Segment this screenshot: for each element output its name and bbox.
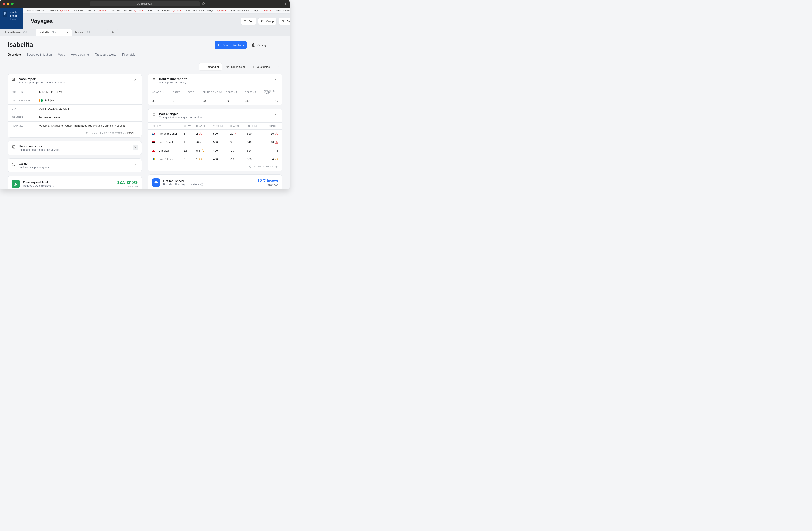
expand-toggle[interactable] [133,145,138,150]
anchor-icon [152,113,156,117]
chevron-up-icon [134,78,137,82]
market-ticker: OMX Stockholm 30 1.953,62 -1,87% DAX 40 … [24,8,290,14]
voyage-tabs: OverviewSpeed optimizationMapsHold clean… [8,53,282,59]
voyage-tab[interactable]: Maps [58,53,65,59]
table-row[interactable]: Suez Canal 1 -0.5 520 0 540 10 [148,138,282,147]
document-tab[interactable]: Ivs Knot #3 [72,29,108,36]
table-row[interactable]: Las Palmas 2 1 490 -10 533 -4 [148,155,282,163]
voyage-settings-button[interactable]: Settings [249,41,270,49]
alert-icon [275,158,278,161]
brand-logo: B [3,11,8,17]
group-icon [261,19,264,23]
customize-button[interactable]: Customize [279,17,290,25]
window-controls[interactable] [2,2,14,5]
info-icon[interactable]: i [219,91,222,93]
optimal-speed-cost: $984.000 [257,184,278,187]
warning-icon [234,132,237,135]
optimal-speed-card: Optimal speed Based on BlueKey calculati… [148,174,282,189]
metric-title: Optimal speed [163,179,203,183]
reload-icon[interactable] [202,2,205,5]
new-tab-icon[interactable] [284,2,287,5]
ticker-item[interactable]: OMX Stockholm 30 1.953,62 -1,87% [26,9,69,12]
view-more-button[interactable] [274,63,282,70]
col-voyage[interactable]: VOYAGE [152,90,173,94]
expand-toggle[interactable] [133,162,138,168]
info-icon[interactable]: i [201,183,203,186]
sidebar-brand[interactable]: B Pacific Basin Team [0,8,24,29]
ticker-item[interactable]: OMX Stockholm 1.953,62 -1,87% [276,9,290,12]
svg-point-11 [277,45,278,45]
alert-icon [201,149,204,152]
document-tab[interactable]: Elizabeth river #58 [0,29,36,36]
card-subtitle: Last five shipped cargoes. [19,166,130,169]
noon-eta: Aug 6, 2022, 07:21 GMT [39,107,69,110]
clipboard-icon [152,78,156,82]
ticker-item[interactable]: OMX C25 1.583,36 -2,21% [148,9,181,12]
document-tab[interactable]: Isabelita #15× [36,29,72,36]
collapse-toggle[interactable] [273,112,278,118]
minimize-all-button[interactable]: Minimize all [223,63,248,70]
plus-icon [111,31,114,34]
svg-point-8 [219,45,220,45]
table-row[interactable]: ★★Panama Canal 5 2 500 20 530 10 [148,130,282,138]
expand-icon [202,65,205,69]
ticker-item[interactable]: S&P 500 3.900,86 -2,91% [112,9,143,12]
handover-notes-card: Handover notes Important details about t… [8,141,142,155]
noon-upcoming-port: Abidjan [39,99,54,102]
flag-egypt-icon [152,141,155,143]
svg-rect-2 [261,21,262,22]
flag-civ-icon [39,99,43,102]
optimal-speed-value: 12.7 knots [257,179,278,183]
voyage-tab[interactable]: Financials [122,53,135,59]
card-title: Cargo [19,162,130,165]
noon-remarks: Vessel at Charleston Outer Anchorage Are… [39,124,126,127]
table-row[interactable]: UK525002053010 [148,97,282,105]
voyage-tab[interactable]: Overview [8,53,21,59]
voyage-tab[interactable]: Hold cleaning [71,53,89,59]
url-bar[interactable]: bluekey.ai [90,1,200,6]
more-button[interactable] [272,41,282,49]
expand-all-button[interactable]: Expand all [199,63,222,70]
svg-point-24 [154,113,154,114]
svg-rect-3 [263,20,264,22]
chevron-up-icon [274,113,277,117]
group-button[interactable]: Group [258,17,276,25]
svg-point-28 [155,181,157,184]
close-tab-icon[interactable]: × [67,30,68,34]
svg-point-5 [283,21,284,21]
info-icon[interactable]: i [255,125,257,127]
ticker-item[interactable]: DAX 40 13.456,23 -2,16% [74,9,106,12]
lock-icon [137,2,140,5]
voyage-tab[interactable]: Speed optimization [27,53,52,59]
info-icon[interactable]: i [220,125,223,127]
ticker-item[interactable]: OMX Stockholm 1.953,62 -1,87% [231,9,271,12]
brand-sub: Team [10,18,20,21]
ticker-item[interactable]: OMX Stockholm 1.953,62 -1,87% [186,9,226,12]
layout-icon [252,65,255,69]
svg-point-15 [277,67,277,67]
document-tabs: Elizabeth river #58Isabelita #15×Ivs Kno… [0,29,290,36]
table-row[interactable]: ♜Gibraltar 1.5 0.5 490 -10 534 -5 [148,147,282,155]
svg-rect-0 [137,4,139,5]
green-speed-card: Green-speed limit Reduce CO2 emissions i… [8,176,142,189]
page-title: Voyages [31,18,53,25]
chevron-up-icon [274,78,277,82]
svg-point-17 [278,67,279,67]
info-icon[interactable]: i [52,185,54,187]
note-icon [12,145,16,149]
collapse-toggle[interactable] [133,77,138,83]
card-subtitle: Important details about the voyage. [19,148,130,151]
sort-icon [243,19,247,23]
sort-button[interactable]: Sort [241,17,256,25]
col-port[interactable]: PORT [152,125,184,127]
svg-point-6 [284,22,285,23]
sync-icon [249,165,252,168]
voyage-tab[interactable]: Tasks and alerts [95,53,116,59]
port-changes-card: Port changes Changes to the voyages' des… [148,109,282,171]
svg-point-4 [284,20,284,21]
svg-point-12 [278,45,279,45]
collapse-toggle[interactable] [273,77,278,83]
customize-view-button[interactable]: Customize [249,63,272,70]
add-tab-button[interactable] [108,29,118,36]
send-instructions-button[interactable]: Send instructions [215,41,247,49]
